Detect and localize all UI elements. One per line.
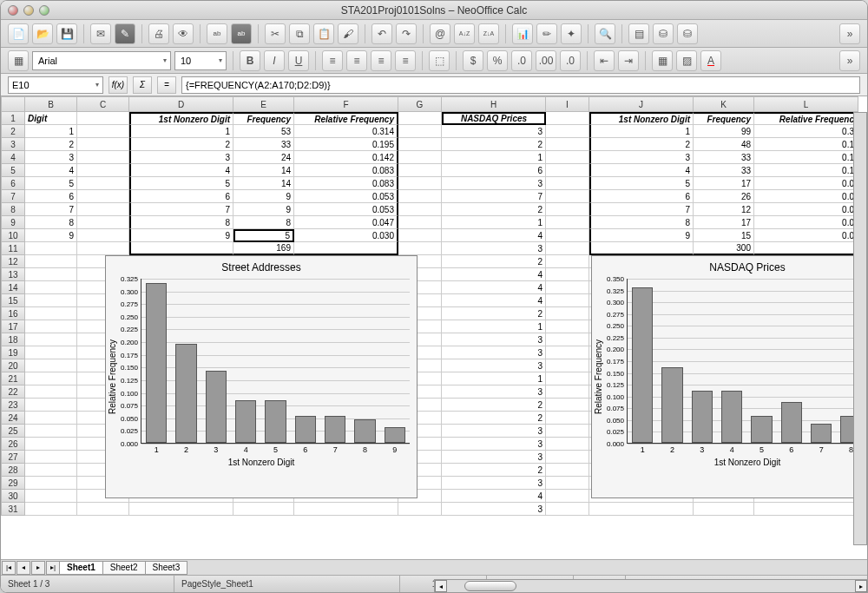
cell-I26[interactable] xyxy=(546,438,589,451)
tab-nav-prev-icon[interactable]: ◂ xyxy=(16,561,30,575)
cell-C4[interactable] xyxy=(77,151,129,164)
cut-icon[interactable]: ✂ xyxy=(265,23,286,44)
cell-K8[interactable]: 12 xyxy=(694,203,754,216)
col-header[interactable]: L xyxy=(754,96,858,112)
borders-icon[interactable]: ▦ xyxy=(652,50,673,71)
cell-J7[interactable]: 6 xyxy=(589,190,694,203)
cell-H31[interactable]: 3 xyxy=(442,503,546,516)
remove-decimal-icon[interactable]: .0 xyxy=(560,50,581,71)
row-header[interactable]: 22 xyxy=(1,385,25,399)
cell-H21[interactable]: 1 xyxy=(442,372,546,385)
cell-F10[interactable]: 0.030 xyxy=(294,229,398,242)
cell-I7[interactable] xyxy=(546,190,589,203)
tab-nav-next-icon[interactable]: ▸ xyxy=(31,561,45,575)
cell-F8[interactable]: 0.053 xyxy=(294,203,398,216)
number-icon[interactable]: .0 xyxy=(511,50,532,71)
cell-J2[interactable]: 1 xyxy=(589,125,694,138)
cell-K6[interactable]: 17 xyxy=(694,177,754,190)
cell-C11[interactable] xyxy=(77,242,129,255)
cell-E1[interactable]: Frequency xyxy=(233,112,294,125)
cell-I1[interactable] xyxy=(546,112,589,125)
cell-H3[interactable]: 2 xyxy=(442,138,546,151)
sheet-tab-sheet1[interactable]: Sheet1 xyxy=(59,561,103,575)
cell-I10[interactable] xyxy=(546,229,589,242)
row-header[interactable]: 11 xyxy=(1,242,25,255)
autospell-icon[interactable]: ab xyxy=(231,23,252,44)
chart-street-addresses[interactable]: Street Addresses Relative Frequency 0.00… xyxy=(105,255,418,498)
cell-J1[interactable]: 1st Nonzero Digit xyxy=(589,112,694,125)
cell-J3[interactable]: 2 xyxy=(589,138,694,151)
cell-G4[interactable] xyxy=(398,151,442,164)
scroll-thumb[interactable] xyxy=(464,581,516,591)
row-header[interactable]: 17 xyxy=(1,320,25,333)
cell-E9[interactable]: 8 xyxy=(233,216,294,229)
cell-E6[interactable]: 14 xyxy=(233,177,294,190)
cell-B9[interactable]: 8 xyxy=(25,216,77,229)
cell-I18[interactable] xyxy=(546,333,589,346)
cell-E7[interactable]: 9 xyxy=(233,190,294,203)
row-header[interactable]: 29 xyxy=(1,477,25,490)
cell-B17[interactable] xyxy=(25,320,77,333)
cell-K5[interactable]: 33 xyxy=(694,164,754,177)
cell-B19[interactable] xyxy=(25,346,77,359)
cell-E2[interactable]: 53 xyxy=(233,125,294,138)
cell-H17[interactable]: 1 xyxy=(442,320,546,333)
cell-C1[interactable] xyxy=(77,112,129,125)
cell-C7[interactable] xyxy=(77,190,129,203)
cell-I22[interactable] xyxy=(546,385,589,399)
bold-icon[interactable]: B xyxy=(240,50,260,71)
nav-icon[interactable]: ✦ xyxy=(561,23,582,44)
cell-F6[interactable]: 0.083 xyxy=(294,177,398,190)
cell-B22[interactable] xyxy=(25,385,77,399)
cell-I15[interactable] xyxy=(546,294,589,307)
cell-D1[interactable]: 1st Nonzero Digit xyxy=(129,112,233,125)
sheet-area[interactable]: BCDEFGHIJKL1Digit1st Nonzero DigitFreque… xyxy=(1,96,867,559)
cell-B10[interactable]: 9 xyxy=(25,229,77,242)
cell-H13[interactable]: 4 xyxy=(442,268,546,281)
cell-F31[interactable] xyxy=(294,503,398,516)
row-header[interactable]: 18 xyxy=(1,333,25,346)
italic-icon[interactable]: I xyxy=(264,50,285,71)
cell-J4[interactable]: 3 xyxy=(589,151,694,164)
col-header[interactable]: K xyxy=(694,96,754,112)
cell-I12[interactable] xyxy=(546,255,589,268)
cell-C8[interactable] xyxy=(77,203,129,216)
cell-D6[interactable]: 5 xyxy=(129,177,233,190)
cell-L6[interactable]: 0.0 xyxy=(754,177,858,190)
cell-E3[interactable]: 33 xyxy=(233,138,294,151)
cell-L3[interactable]: 0.1 xyxy=(754,138,858,151)
cell-J31[interactable] xyxy=(589,503,694,516)
cell-G8[interactable] xyxy=(398,203,442,216)
cell-G31[interactable] xyxy=(398,503,442,516)
align-center-icon[interactable]: ≡ xyxy=(346,50,367,71)
cell-B11[interactable] xyxy=(25,242,77,255)
cell-B30[interactable] xyxy=(25,490,77,503)
find-icon[interactable]: 🔍 xyxy=(595,23,615,44)
row-header[interactable]: 21 xyxy=(1,372,25,385)
brush-icon[interactable]: 🖌 xyxy=(338,23,358,44)
cell-I5[interactable] xyxy=(546,164,589,177)
row-header[interactable]: 14 xyxy=(1,281,25,294)
cell-B28[interactable] xyxy=(25,464,77,477)
tab-nav-first-icon[interactable]: |◂ xyxy=(2,561,16,575)
cell-C2[interactable] xyxy=(77,125,129,138)
cell-H26[interactable]: 3 xyxy=(442,438,546,451)
cell-G6[interactable] xyxy=(398,177,442,190)
cell-B8[interactable]: 7 xyxy=(25,203,77,216)
row-header[interactable]: 13 xyxy=(1,268,25,281)
cell-D7[interactable]: 6 xyxy=(129,190,233,203)
currency-icon[interactable]: $ xyxy=(463,50,483,71)
cell-B15[interactable] xyxy=(25,294,77,307)
sort-desc-icon[interactable]: Z↓A xyxy=(478,23,499,44)
cell-H29[interactable]: 3 xyxy=(442,477,546,490)
cell-I11[interactable] xyxy=(546,242,589,255)
row-header[interactable]: 3 xyxy=(1,138,25,151)
cell-L8[interactable]: 0.0 xyxy=(754,203,858,216)
align-right-icon[interactable]: ≡ xyxy=(371,50,391,71)
cell-B3[interactable]: 2 xyxy=(25,138,77,151)
cell-H23[interactable]: 2 xyxy=(442,399,546,412)
sheet-tab-sheet3[interactable]: Sheet3 xyxy=(145,561,188,575)
col-header[interactable]: H xyxy=(442,96,546,112)
datasource-icon[interactable]: ▤ xyxy=(628,23,649,44)
cell-H6[interactable]: 3 xyxy=(442,177,546,190)
